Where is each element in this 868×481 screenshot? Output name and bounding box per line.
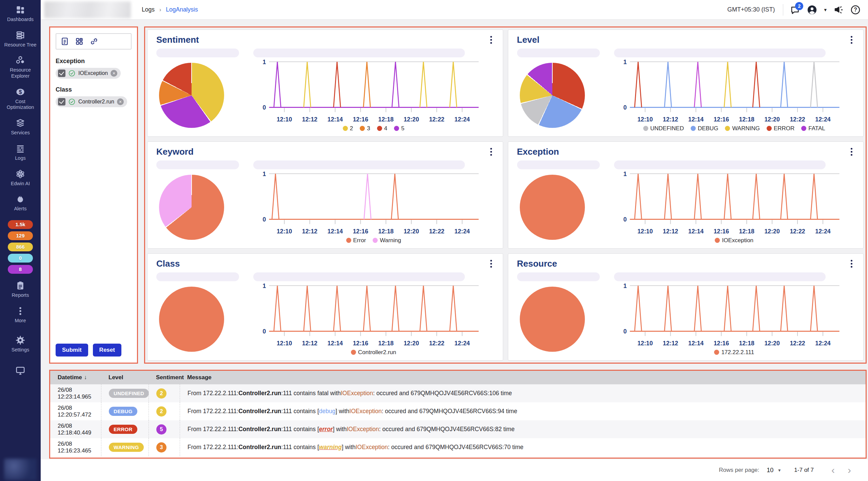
previous-page-icon[interactable]: ‹	[827, 465, 839, 475]
pie-column	[517, 160, 614, 244]
company-logo-blurred	[44, 1, 131, 18]
chart-column: 1012:1012:1212:1412:1612:1812:2012:2212:…	[614, 272, 855, 356]
table-row[interactable]: 26/08 12:20:57.472DEBUG2From 172.22.2.11…	[50, 402, 866, 420]
column-header-sentiment[interactable]: Sentiment	[149, 374, 180, 381]
legend-item[interactable]: DEBUG	[691, 125, 718, 132]
column-header-message[interactable]: Message	[180, 374, 866, 381]
kebab-menu-icon[interactable]	[488, 35, 494, 45]
breadcrumb-loganalysis[interactable]: LogAnalysis	[166, 6, 198, 13]
svg-text:12:18: 12:18	[378, 340, 394, 347]
kebab-menu-icon[interactable]	[488, 147, 494, 157]
alert-badge[interactable]: 0	[8, 254, 33, 263]
document-view-icon[interactable]	[60, 37, 69, 46]
svg-text:12:12: 12:12	[302, 116, 317, 123]
sidebar-item-services[interactable]: Services	[1, 118, 39, 136]
legend-item[interactable]: 5	[394, 125, 404, 132]
filter-exception-label: Exception	[56, 58, 132, 65]
chart-legend: Controller2.run	[253, 349, 494, 356]
sidebar-item-reports[interactable]: Reports	[1, 281, 39, 299]
view-toolbar	[56, 33, 132, 50]
breadcrumb-logs[interactable]: Logs	[142, 6, 155, 13]
sidebar-item-alerts[interactable]: Alerts	[1, 194, 39, 212]
legend-item[interactable]: 172.22.2.111	[714, 349, 754, 356]
loading-skeleton	[156, 49, 239, 57]
grid-view-icon[interactable]	[75, 37, 84, 46]
sidebar-item-label: Dashboards	[7, 17, 34, 23]
check-circle-icon	[68, 98, 76, 105]
loading-skeleton	[517, 160, 600, 169]
checkbox-checked[interactable]	[58, 70, 65, 77]
svg-text:12:18: 12:18	[378, 116, 394, 123]
svg-text:1: 1	[262, 59, 266, 65]
legend-dot	[377, 126, 382, 131]
table-row[interactable]: 26/08 12:23:14.965UNDEFINED2From 172.22.…	[50, 384, 866, 402]
filter-class-label: Class	[56, 86, 132, 93]
rows-per-page-label: Rows per page:	[719, 467, 759, 474]
remove-chip-icon[interactable]: ×	[111, 70, 117, 77]
charts-grid: Sentiment1012:1012:1212:1412:1612:1812:2…	[144, 26, 867, 364]
remove-chip-icon[interactable]: ×	[117, 98, 124, 105]
svg-text:12:18: 12:18	[378, 228, 394, 235]
legend-item[interactable]: WARNING	[725, 125, 760, 132]
edwin-ai-icon	[15, 169, 25, 179]
cell-datetime: 26/08 12:18:40.449	[50, 420, 101, 438]
legend-label: FATAL	[808, 125, 825, 132]
column-header-datetime[interactable]: Datetime↓	[50, 374, 101, 381]
pagination-range: 1-7 of 7	[794, 467, 814, 474]
table-row[interactable]: 26/08 12:16:23.465WARNING3From 172.22.2.…	[50, 438, 866, 456]
sidebar-item-settings[interactable]: Settings	[1, 335, 39, 353]
reset-button[interactable]: Reset	[93, 344, 121, 357]
legend-item[interactable]: Controller2.run	[351, 349, 396, 356]
legend-item[interactable]: Error	[346, 237, 366, 244]
legend-item[interactable]: 4	[377, 125, 387, 132]
kebab-menu-icon[interactable]	[849, 147, 854, 157]
rows-per-page-value[interactable]: 10	[767, 467, 773, 474]
table-row[interactable]: 26/08 12:18:40.449ERROR5From 172.22.2.11…	[50, 420, 866, 438]
sidebar-item-resource-explorer[interactable]: Resource Explorer	[1, 55, 39, 79]
panel-body: 1012:1012:1212:1412:1612:1812:2012:2212:…	[517, 272, 855, 356]
sort-descending-icon[interactable]: ↓	[84, 374, 87, 381]
svg-text:12:22: 12:22	[429, 340, 444, 347]
checkbox-checked[interactable]	[58, 98, 65, 105]
legend-item[interactable]: UNDEFINED	[643, 125, 684, 132]
logs-icon	[15, 143, 25, 154]
sidebar-item-more[interactable]: More	[1, 306, 39, 324]
sidebar-item-logs[interactable]: Logs	[1, 143, 39, 161]
legend-item[interactable]: Warning	[373, 237, 401, 244]
svg-text:0: 0	[262, 104, 266, 111]
kebab-menu-icon[interactable]	[488, 258, 494, 269]
announcements-icon[interactable]	[833, 5, 844, 15]
sidebar-item-dashboards[interactable]: Dashboards	[1, 5, 39, 23]
sidebar-item-cost-optimization[interactable]: $Cost Optimization	[1, 87, 39, 111]
legend-item[interactable]: IOException	[715, 237, 753, 244]
chart-legend: ErrorWarning	[253, 237, 494, 244]
legend-dot	[725, 126, 730, 131]
svg-text:12:12: 12:12	[663, 340, 678, 347]
alert-badge[interactable]: 129	[8, 231, 33, 240]
sidebar-item-edwin-ai[interactable]: Edwin AI	[1, 169, 39, 187]
messages-icon[interactable]: 2	[790, 5, 800, 15]
alert-badge[interactable]: 8	[8, 265, 33, 274]
user-avatar[interactable]	[807, 5, 817, 15]
kebab-menu-icon[interactable]	[849, 258, 854, 269]
sidebar-item-remote-session[interactable]	[1, 365, 39, 376]
column-header-level[interactable]: Level	[101, 374, 149, 381]
submit-button[interactable]: Submit	[56, 344, 88, 357]
legend-item[interactable]: 3	[360, 125, 370, 132]
loading-skeleton	[614, 49, 826, 57]
next-page-icon[interactable]: ›	[844, 465, 855, 475]
link-icon[interactable]	[90, 37, 98, 46]
legend-item[interactable]: FATAL	[801, 125, 825, 132]
alert-badge[interactable]: 866	[8, 243, 33, 251]
cell-level: DEBUG	[101, 402, 149, 420]
help-icon[interactable]: ?	[850, 5, 861, 15]
chevron-down-icon[interactable]: ▾	[824, 7, 827, 13]
sidebar-item-resource-tree[interactable]: Resource Tree	[1, 30, 39, 48]
kebab-menu-icon[interactable]	[849, 35, 854, 45]
legend-item[interactable]: 2	[343, 125, 353, 132]
rows-per-page-caret-icon[interactable]: ▾	[778, 467, 781, 473]
legend-item[interactable]: ERROR	[767, 125, 794, 132]
spike-chart-level: 1012:1012:1212:1412:1612:1812:2012:2212:…	[614, 57, 855, 124]
alert-badge[interactable]: 1.5k	[8, 220, 33, 229]
panel-head: Sentiment	[156, 35, 494, 45]
